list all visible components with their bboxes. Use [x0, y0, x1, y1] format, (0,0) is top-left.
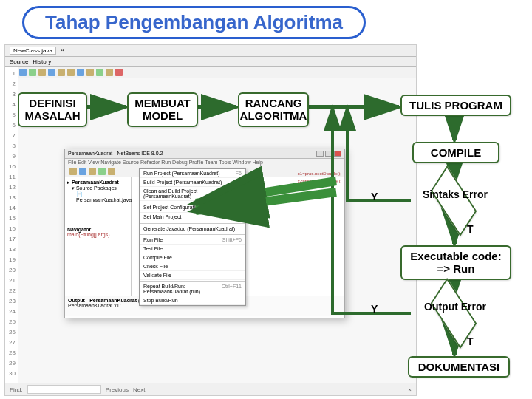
- node-rancang-algoritma: RANCANG ALGORITMA: [238, 92, 309, 127]
- run-icon[interactable]: [98, 168, 106, 175]
- title-pill: Tahap Pengembangan Algoritma: [22, 6, 366, 39]
- node-output-error: [431, 278, 477, 349]
- new-icon[interactable]: [69, 168, 77, 175]
- editor-tabs: NewClass.java ×: [5, 45, 416, 57]
- find-bar: Find: Previous Next ×: [4, 383, 417, 396]
- inner-title: PersamaanKuadrat - NetBeans IDE 8.0.2: [68, 151, 163, 157]
- minimize-icon[interactable]: [316, 151, 324, 157]
- context-menu-item[interactable]: Compile File: [140, 253, 245, 262]
- build-icon[interactable]: [108, 168, 115, 175]
- node-label: RANCANG ALGORITMA: [240, 97, 307, 123]
- node-sintaks-error: [431, 166, 477, 236]
- edge-label-t1: T: [467, 223, 474, 235]
- toolbar-icon[interactable]: [67, 69, 75, 76]
- node-label: MEMBUAT MODEL: [134, 97, 191, 123]
- context-menu: Run Project (PersamaanKuadrat)F6Build Pr…: [139, 168, 246, 306]
- node-label: DOKUMENTASI: [418, 361, 500, 373]
- context-menu-item[interactable]: Test File: [140, 245, 245, 253]
- line-gutter: 1234567891011121314151617181920212223242…: [5, 67, 18, 391]
- editor-toolbar: [5, 67, 416, 78]
- toolbar-icon[interactable]: [48, 69, 55, 76]
- code-line: x2=proc.nextDouble();: [298, 179, 341, 183]
- tab-source[interactable]: Source: [10, 58, 28, 65]
- code-line: x1=proc.nextDouble();: [298, 171, 341, 176]
- inner-body: ▸ PersamaanKuadrat ▾ Source Packages 📄 P…: [65, 177, 344, 296]
- node-label: DEFINISI MASALAH: [25, 97, 81, 123]
- find-label: Find:: [10, 386, 23, 393]
- maximize-icon[interactable]: [325, 151, 332, 157]
- context-menu-item[interactable]: Run FileShift+F6: [140, 236, 245, 245]
- context-menu-item[interactable]: Generate Javadoc (PersamaanKuadrat): [140, 225, 245, 233]
- file-tab[interactable]: NewClass.java: [10, 47, 56, 55]
- open-icon[interactable]: [79, 168, 86, 175]
- node-compile: COMPILE: [412, 142, 499, 163]
- output-tab[interactable]: Output - PersamaanKuadrat (run): [68, 298, 150, 303]
- context-menu-item[interactable]: Run Project (PersamaanKuadrat)F6: [140, 169, 245, 178]
- title-container: Tahap Pengembangan Algoritma: [0, 0, 532, 44]
- toolbar-icon[interactable]: [106, 69, 113, 76]
- context-menu-item[interactable]: Set Main Project▶: [140, 213, 245, 222]
- node-membuat-model: MEMBUAT MODEL: [127, 92, 198, 127]
- inner-titlebar: PersamaanKuadrat - NetBeans IDE 8.0.2: [65, 149, 344, 159]
- tab-history[interactable]: History: [33, 58, 51, 65]
- toolbar-icon[interactable]: [96, 69, 103, 76]
- close-icon[interactable]: ×: [61, 47, 64, 55]
- context-menu-item[interactable]: Stop Build/Run: [140, 296, 245, 305]
- node-tulis-program: TULIS PROGRAM: [400, 95, 511, 116]
- edge-label-t2: T: [467, 335, 474, 347]
- toolbar-icon[interactable]: [58, 69, 65, 76]
- context-menu-item[interactable]: Set Project Configuration▶: [140, 203, 245, 213]
- context-menu-item[interactable]: Clean and Build Project (PersamaanKuadra…: [140, 187, 245, 201]
- output-text: PersamaanKuadrat x1:: [68, 303, 121, 308]
- node-label: TULIS PROGRAM: [409, 99, 502, 112]
- node-executable-run: Executable code: => Run: [400, 245, 511, 280]
- context-menu-item[interactable]: Build Project (PersamaanKuadrat)F11: [140, 178, 245, 187]
- tree-pkg[interactable]: Source Packages: [76, 185, 117, 191]
- inner-editor: Run Project (PersamaanKuadrat)F6Build Pr…: [132, 177, 344, 296]
- page-title: Tahap Pengembangan Algoritma: [45, 11, 343, 34]
- node-label: COMPILE: [431, 146, 481, 159]
- tree-root[interactable]: PersamaanKuadrat: [72, 180, 119, 185]
- toolbar-icon[interactable]: [77, 69, 84, 76]
- find-input[interactable]: [27, 385, 101, 394]
- node-dokumentasi: DOKUMENTASI: [408, 356, 510, 378]
- tree-class[interactable]: PersamaanKuadrat.java: [76, 197, 132, 202]
- context-menu-item[interactable]: Check File: [140, 262, 245, 271]
- toolbar-icon[interactable]: [86, 69, 94, 76]
- context-menu-item[interactable]: Repeat Build/Run: PersamaanKuadrat (run)…: [140, 282, 245, 296]
- navigator-item[interactable]: main(String[] args): [67, 232, 110, 237]
- project-tree[interactable]: ▸ PersamaanKuadrat ▾ Source Packages 📄 P…: [65, 177, 132, 296]
- navigator-title: Navigator: [67, 227, 91, 232]
- toolbar-icon[interactable]: [19, 69, 27, 76]
- inner-ide-window: PersamaanKuadrat - NetBeans IDE 8.0.2 Fi…: [64, 149, 345, 318]
- inner-menubar[interactable]: File Edit View Navigate Source Refactor …: [65, 159, 344, 166]
- subtabs: Source History: [5, 57, 416, 67]
- toolbar-icon[interactable]: [29, 69, 36, 76]
- node-label: Executable code: => Run: [410, 250, 501, 276]
- toolbar-icon[interactable]: [38, 69, 46, 76]
- close-icon[interactable]: ×: [408, 386, 412, 393]
- node-definisi-masalah: DEFINISI MASALAH: [18, 92, 87, 127]
- save-icon[interactable]: [89, 168, 96, 175]
- find-prev[interactable]: Previous: [106, 386, 129, 393]
- find-next[interactable]: Next: [133, 386, 145, 393]
- record-icon[interactable]: [115, 69, 123, 76]
- context-menu-item[interactable]: Validate File: [140, 271, 245, 280]
- close-icon[interactable]: [334, 151, 341, 157]
